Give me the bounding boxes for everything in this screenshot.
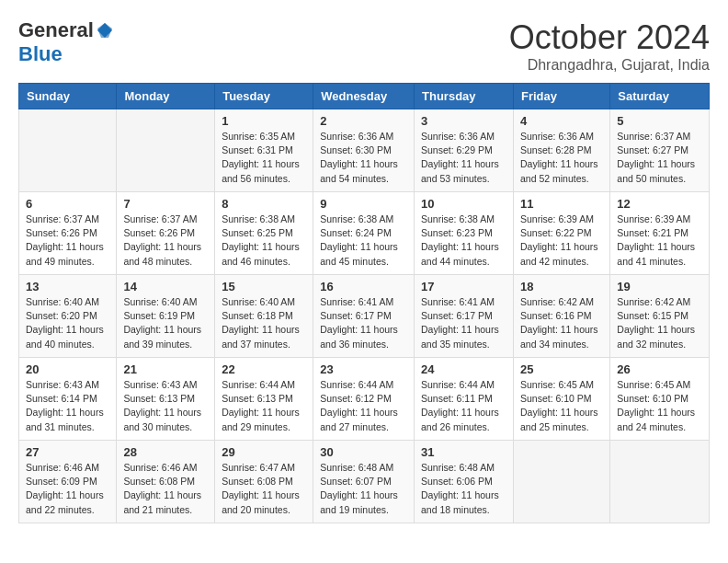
day-number: 8 [222,197,306,211]
day-number: 19 [617,280,702,293]
logo-icon [96,21,114,40]
location-title: Dhrangadhra, Gujarat, India [509,57,710,74]
calendar-cell: 4Sunrise: 6:36 AMSunset: 6:28 PMDaylight… [513,109,609,192]
week-row-1: 1Sunrise: 6:35 AMSunset: 6:31 PMDaylight… [19,109,710,192]
calendar-table: SundayMondayTuesdayWednesdayThursdayFrid… [18,83,710,523]
day-info: Sunrise: 6:47 AMSunset: 6:08 PMDaylight:… [222,461,306,517]
day-header-tuesday: Tuesday [215,84,313,109]
day-info: Sunrise: 6:36 AMSunset: 6:29 PMDaylight:… [421,130,506,186]
day-info: Sunrise: 6:45 AMSunset: 6:10 PMDaylight:… [520,378,603,434]
day-info: Sunrise: 6:38 AMSunset: 6:23 PMDaylight:… [421,213,506,269]
day-info: Sunrise: 6:41 AMSunset: 6:17 PMDaylight:… [320,295,407,351]
calendar-cell: 13Sunrise: 6:40 AMSunset: 6:20 PMDayligh… [19,275,117,358]
calendar-cell: 1Sunrise: 6:35 AMSunset: 6:31 PMDaylight… [215,109,313,192]
header: General Blue October 2024 Dhrangadhra, G… [18,18,710,74]
calendar-cell: 20Sunrise: 6:43 AMSunset: 6:14 PMDayligh… [19,358,117,441]
calendar-cell: 23Sunrise: 6:44 AMSunset: 6:12 PMDayligh… [313,358,415,441]
day-number: 7 [123,197,208,211]
week-row-4: 20Sunrise: 6:43 AMSunset: 6:14 PMDayligh… [19,358,710,441]
day-info: Sunrise: 6:39 AMSunset: 6:22 PMDaylight:… [520,213,603,269]
day-header-wednesday: Wednesday [313,84,415,109]
day-info: Sunrise: 6:46 AMSunset: 6:09 PMDaylight:… [26,461,109,517]
day-info: Sunrise: 6:44 AMSunset: 6:13 PMDaylight:… [222,378,306,434]
week-row-5: 27Sunrise: 6:46 AMSunset: 6:09 PMDayligh… [19,441,710,523]
day-number: 14 [123,280,208,293]
calendar-cell: 12Sunrise: 6:39 AMSunset: 6:21 PMDayligh… [610,192,710,275]
day-info: Sunrise: 6:48 AMSunset: 6:06 PMDaylight:… [421,461,506,517]
day-number: 25 [520,362,603,376]
day-number: 9 [320,197,407,211]
logo-blue-text: Blue [18,42,63,66]
day-number: 16 [320,280,407,293]
day-info: Sunrise: 6:37 AMSunset: 6:26 PMDaylight:… [123,213,208,269]
calendar-cell: 29Sunrise: 6:47 AMSunset: 6:08 PMDayligh… [215,441,313,523]
day-number: 11 [520,197,603,211]
day-info: Sunrise: 6:43 AMSunset: 6:14 PMDaylight:… [26,378,109,434]
calendar-cell: 11Sunrise: 6:39 AMSunset: 6:22 PMDayligh… [513,192,609,275]
calendar-cell: 16Sunrise: 6:41 AMSunset: 6:17 PMDayligh… [313,275,415,358]
day-number: 12 [617,197,702,211]
calendar-cell: 15Sunrise: 6:40 AMSunset: 6:18 PMDayligh… [215,275,313,358]
day-header-monday: Monday [117,84,215,109]
day-number: 30 [320,445,407,459]
calendar-cell [117,109,215,192]
day-number: 24 [421,362,506,376]
day-info: Sunrise: 6:43 AMSunset: 6:13 PMDaylight:… [123,378,208,434]
day-number: 18 [520,280,603,293]
calendar-cell: 30Sunrise: 6:48 AMSunset: 6:07 PMDayligh… [313,441,415,523]
logo: General Blue [18,18,114,66]
calendar-cell: 19Sunrise: 6:42 AMSunset: 6:15 PMDayligh… [610,275,710,358]
day-number: 23 [320,362,407,376]
day-info: Sunrise: 6:42 AMSunset: 6:16 PMDaylight:… [520,295,603,351]
day-number: 6 [26,197,109,211]
day-number: 5 [617,114,702,128]
day-number: 26 [617,362,702,376]
day-number: 29 [222,445,306,459]
calendar-cell [610,441,710,523]
calendar-cell: 8Sunrise: 6:38 AMSunset: 6:25 PMDaylight… [215,192,313,275]
calendar-cell: 5Sunrise: 6:37 AMSunset: 6:27 PMDaylight… [610,109,710,192]
day-info: Sunrise: 6:40 AMSunset: 6:19 PMDaylight:… [123,295,208,351]
week-row-2: 6Sunrise: 6:37 AMSunset: 6:26 PMDaylight… [19,192,710,275]
calendar-cell: 9Sunrise: 6:38 AMSunset: 6:24 PMDaylight… [313,192,415,275]
day-header-friday: Friday [513,84,609,109]
calendar-cell: 24Sunrise: 6:44 AMSunset: 6:11 PMDayligh… [415,358,514,441]
calendar-cell: 3Sunrise: 6:36 AMSunset: 6:29 PMDaylight… [415,109,514,192]
calendar-cell: 31Sunrise: 6:48 AMSunset: 6:06 PMDayligh… [415,441,514,523]
day-number: 31 [421,445,506,459]
day-number: 21 [123,362,208,376]
day-number: 13 [26,280,109,293]
day-info: Sunrise: 6:42 AMSunset: 6:15 PMDaylight:… [617,295,702,351]
day-info: Sunrise: 6:41 AMSunset: 6:17 PMDaylight:… [421,295,506,351]
day-number: 1 [222,114,306,128]
day-info: Sunrise: 6:39 AMSunset: 6:21 PMDaylight:… [617,213,702,269]
calendar-cell: 28Sunrise: 6:46 AMSunset: 6:08 PMDayligh… [117,441,215,523]
day-info: Sunrise: 6:36 AMSunset: 6:30 PMDaylight:… [320,130,407,186]
day-header-sunday: Sunday [19,84,117,109]
day-number: 2 [320,114,407,128]
day-info: Sunrise: 6:45 AMSunset: 6:10 PMDaylight:… [617,378,702,434]
day-number: 4 [520,114,603,128]
title-area: October 2024 Dhrangadhra, Gujarat, India [509,18,710,74]
day-info: Sunrise: 6:38 AMSunset: 6:25 PMDaylight:… [222,213,306,269]
day-number: 20 [26,362,109,376]
month-title: October 2024 [509,18,710,57]
svg-marker-1 [97,23,112,38]
day-number: 15 [222,280,306,293]
calendar-cell: 26Sunrise: 6:45 AMSunset: 6:10 PMDayligh… [610,358,710,441]
day-number: 17 [421,280,506,293]
days-header-row: SundayMondayTuesdayWednesdayThursdayFrid… [19,84,710,109]
calendar-cell: 22Sunrise: 6:44 AMSunset: 6:13 PMDayligh… [215,358,313,441]
calendar-cell: 18Sunrise: 6:42 AMSunset: 6:16 PMDayligh… [513,275,609,358]
calendar-cell: 14Sunrise: 6:40 AMSunset: 6:19 PMDayligh… [117,275,215,358]
calendar-cell: 25Sunrise: 6:45 AMSunset: 6:10 PMDayligh… [513,358,609,441]
day-number: 27 [26,445,109,459]
calendar-cell [19,109,117,192]
calendar-cell: 10Sunrise: 6:38 AMSunset: 6:23 PMDayligh… [415,192,514,275]
day-header-thursday: Thursday [415,84,514,109]
calendar-cell: 6Sunrise: 6:37 AMSunset: 6:26 PMDaylight… [19,192,117,275]
calendar-cell [513,441,609,523]
calendar-cell: 2Sunrise: 6:36 AMSunset: 6:30 PMDaylight… [313,109,415,192]
calendar-cell: 7Sunrise: 6:37 AMSunset: 6:26 PMDaylight… [117,192,215,275]
day-info: Sunrise: 6:44 AMSunset: 6:12 PMDaylight:… [320,378,407,434]
